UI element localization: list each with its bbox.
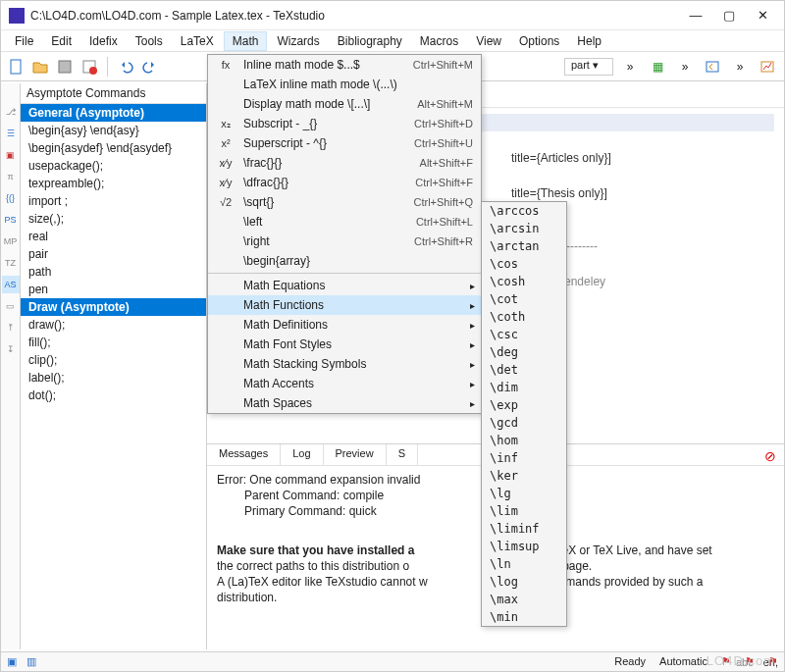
menu-help[interactable]: Help (569, 32, 609, 50)
prev-button[interactable] (702, 56, 723, 78)
math-menu-item[interactable]: fxInline math mode $...$Ctrl+Shift+M (208, 55, 481, 75)
redo-button[interactable] (139, 56, 161, 78)
sb-flag-3[interactable]: ⚑ (768, 655, 778, 668)
command-item[interactable]: import ; (21, 192, 206, 210)
math-function-item[interactable]: \deg (482, 343, 566, 361)
math-function-item[interactable]: \det (482, 361, 566, 379)
command-item[interactable]: draw(); (21, 316, 206, 334)
ic-6[interactable]: MP (2, 233, 20, 250)
new-button[interactable] (5, 56, 26, 78)
math-function-item[interactable]: \coth (482, 308, 566, 326)
ic-3[interactable]: π (2, 168, 20, 185)
math-menu-item[interactable]: Display math mode \[...\]Alt+Shift+M (208, 94, 481, 114)
ic-7[interactable]: TZ (2, 254, 20, 272)
math-function-item[interactable]: \csc (482, 326, 566, 343)
command-item[interactable]: usepackage(); (21, 157, 206, 175)
math-function-item[interactable]: \lg (482, 485, 566, 502)
error-close-icon[interactable]: ⊘ (764, 448, 776, 464)
command-item[interactable]: pair (21, 245, 206, 263)
close-button[interactable]: ✕ (755, 8, 770, 23)
menu-options[interactable]: Options (511, 32, 567, 50)
math-function-item[interactable]: \cos (482, 255, 566, 273)
sb-flag-2[interactable]: ⚑ (745, 655, 755, 668)
command-item[interactable]: pen (21, 281, 206, 298)
command-item[interactable]: General (Asymptote) (21, 104, 206, 122)
command-item[interactable]: fill(); (21, 334, 206, 351)
math-menu-item[interactable]: √2\sqrt{}Ctrl+Shift+Q (208, 192, 481, 212)
ic-4[interactable]: {(} (2, 189, 20, 207)
close-doc-button[interactable] (78, 56, 100, 78)
ic-1[interactable]: ☰ (2, 125, 20, 142)
sb-collapse-icon[interactable]: ▣ (7, 655, 17, 668)
math-function-item[interactable]: \arctan (482, 237, 566, 255)
math-submenu-item[interactable]: Math Accents▸ (208, 374, 481, 393)
math-function-item[interactable]: \limsup (482, 538, 566, 555)
math-function-item[interactable]: \ker (482, 467, 566, 485)
math-menu-item[interactable]: \begin{array} (208, 251, 481, 271)
math-menu-item[interactable]: LaTeX inline math mode \(...\) (208, 75, 481, 94)
command-item[interactable]: \begin{asydef} \end{asydef} (21, 139, 206, 157)
open-button[interactable] (29, 56, 51, 78)
menu-tools[interactable]: Tools (128, 32, 171, 50)
math-function-item[interactable]: \ln (482, 555, 566, 573)
go2-button[interactable]: » (674, 56, 696, 78)
math-function-item[interactable]: \inf (482, 449, 566, 467)
command-item[interactable]: real (21, 228, 206, 245)
command-item[interactable]: Draw (Asymptote) (21, 298, 206, 316)
math-menu-item[interactable]: x²Superscript - ^{}Ctrl+Shift+U (208, 133, 481, 153)
ic-0[interactable]: ⎇ (2, 103, 20, 121)
ic-2[interactable]: ▣ (2, 146, 20, 164)
ic-8[interactable]: AS (2, 276, 20, 293)
math-submenu-item[interactable]: Math Functions▸ (208, 295, 481, 315)
menu-math[interactable]: Math (224, 31, 268, 51)
menu-wizards[interactable]: Wizards (269, 32, 327, 50)
math-submenu-item[interactable]: Math Equations▸ (208, 276, 481, 295)
maximize-button[interactable]: ▢ (721, 8, 737, 23)
math-menu-item[interactable]: x⁄y\frac{}{}Alt+Shift+F (208, 153, 481, 173)
msg-tab-s[interactable]: S (387, 444, 418, 465)
math-function-item[interactable]: \cosh (482, 273, 566, 290)
math-submenu-item[interactable]: Math Stacking Symbols▸ (208, 354, 481, 374)
menu-view[interactable]: View (468, 32, 509, 50)
table-button[interactable]: ▦ (647, 56, 668, 78)
msg-tab-log[interactable]: Log (281, 444, 323, 465)
math-function-item[interactable]: \liminf (482, 520, 566, 538)
math-submenu-item[interactable]: Math Font Styles▸ (208, 335, 481, 354)
menu-macros[interactable]: Macros (412, 32, 466, 50)
msg-tab-messages[interactable]: Messages (207, 444, 281, 465)
math-menu-item[interactable]: x⁄y\dfrac{}{}Ctrl+Shift+F (208, 173, 481, 192)
msg-tab-preview[interactable]: Preview (324, 444, 387, 465)
command-item[interactable]: dot(); (21, 387, 206, 404)
command-item[interactable]: \begin{asy} \end{asy} (21, 122, 206, 139)
ic-5[interactable]: PS (2, 211, 20, 229)
command-item[interactable]: label(); (21, 369, 206, 387)
ic-11[interactable]: ↧ (2, 340, 20, 358)
chart-button[interactable] (757, 56, 778, 78)
save-button[interactable] (54, 56, 76, 78)
undo-button[interactable] (115, 56, 136, 78)
math-submenu-item[interactable]: Math Definitions▸ (208, 315, 481, 335)
menu-file[interactable]: File (7, 32, 41, 50)
go-button[interactable]: » (619, 56, 641, 78)
math-function-item[interactable]: \lim (482, 502, 566, 520)
math-function-item[interactable]: \gcd (482, 414, 566, 432)
math-function-item[interactable]: \min (482, 608, 566, 626)
section-select[interactable]: part ▾ (564, 58, 613, 76)
math-function-item[interactable]: \hom (482, 432, 566, 449)
command-item[interactable]: clip(); (21, 351, 206, 369)
math-function-item[interactable]: \max (482, 591, 566, 608)
minimize-button[interactable]: — (688, 8, 704, 23)
math-menu-item[interactable]: x₂Subscript - _{}Ctrl+Shift+D (208, 114, 481, 133)
command-item[interactable]: path (21, 263, 206, 281)
math-submenu-item[interactable]: Math Spaces▸ (208, 393, 481, 413)
math-function-item[interactable]: \log (482, 573, 566, 591)
sb-flag-1[interactable]: ⚑ (721, 655, 731, 668)
math-function-item[interactable]: \arccos (482, 202, 566, 220)
math-function-item[interactable]: \arcsin (482, 220, 566, 237)
ic-9[interactable]: ▭ (2, 297, 20, 315)
command-item[interactable]: texpreamble(); (21, 175, 206, 192)
math-function-item[interactable]: \cot (482, 290, 566, 308)
math-function-item[interactable]: \exp (482, 396, 566, 414)
math-menu-item[interactable]: \rightCtrl+Shift+R (208, 232, 481, 251)
next-button[interactable]: » (729, 56, 751, 78)
